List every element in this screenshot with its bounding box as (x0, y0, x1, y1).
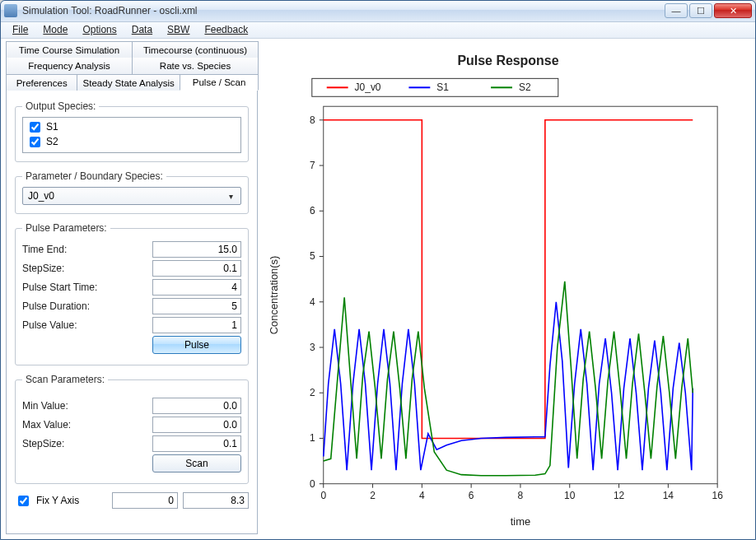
chart-series (324, 120, 693, 476)
svg-text:0: 0 (320, 490, 326, 501)
svg-text:4: 4 (310, 296, 315, 308)
menu-file[interactable]: File (6, 22, 35, 37)
svg-text:14: 14 (663, 490, 674, 501)
svg-text:12: 12 (614, 490, 625, 501)
plot-area (324, 106, 717, 483)
param-boundary-selected: J0_v0 (28, 190, 54, 202)
tab-strip: Time Course Simulation Timecourse (conti… (6, 41, 258, 91)
svg-text:3: 3 (310, 342, 315, 353)
pulse-params-legend: Pulse Parameters: (22, 222, 110, 234)
scan-params-legend: Scan Parameters: (22, 374, 108, 385)
fix-y-checkbox[interactable] (18, 496, 29, 506)
chart-legend: J0_v0S1S2 (327, 81, 531, 93)
y-axis-label: Concentration(s) (268, 256, 280, 335)
menubar: File Mode Options Data SBW Feedback (1, 22, 755, 39)
tab-pulse-scan[interactable]: Pulse / Scan (180, 74, 259, 91)
species-list[interactable]: S1 S2 (22, 117, 241, 153)
svg-text:16: 16 (712, 490, 724, 501)
svg-text:J0_v0: J0_v0 (355, 81, 381, 93)
svg-text:2: 2 (370, 490, 376, 501)
pulse-duration-input[interactable] (152, 298, 241, 314)
species-s2-check[interactable] (30, 137, 40, 147)
svg-text:0: 0 (310, 478, 315, 490)
svg-text:2: 2 (310, 387, 315, 398)
scan-button[interactable]: Scan (152, 454, 241, 472)
menu-options[interactable]: Options (76, 22, 123, 37)
left-panel: Time Course Simulation Timecourse (conti… (1, 40, 261, 539)
content-area: Time Course Simulation Timecourse (conti… (1, 39, 755, 539)
fix-y-label: Fix Y Axis (36, 495, 79, 506)
svg-text:S2: S2 (519, 81, 531, 93)
tab-frequency[interactable]: Frequency Analysis (6, 58, 133, 74)
minimize-button[interactable]: — (665, 3, 688, 18)
tab-time-course[interactable]: Time Course Simulation (6, 41, 133, 58)
tab-rate-vs-species[interactable]: Rate vs. Species (132, 58, 259, 74)
max-value-label: Max Value: (22, 419, 71, 431)
stepsize-label: StepSize: (22, 263, 64, 274)
menu-data[interactable]: Data (125, 22, 159, 37)
stepsize-input[interactable] (152, 260, 241, 277)
output-species-legend: Output Species: (22, 100, 99, 112)
tab-steady-state[interactable]: Steady State Analysis (77, 74, 180, 91)
fix-y-high-input[interactable] (183, 492, 249, 509)
min-value-input[interactable] (152, 398, 241, 414)
output-species-group: Output Species: S1 S2 (15, 100, 249, 162)
species-s2-label: S2 (46, 136, 58, 147)
pulse-response-chart: Pulse Response J0_v0S1S2 0246810121416 0… (261, 40, 755, 539)
menu-mode[interactable]: Mode (36, 22, 74, 37)
pulse-button[interactable]: Pulse (152, 336, 241, 354)
chart-panel: Pulse Response J0_v0S1S2 0246810121416 0… (261, 40, 755, 539)
window-controls: — ☐ ✕ (665, 3, 752, 18)
species-s1-label: S1 (46, 121, 58, 133)
fix-y-low-input[interactable] (112, 492, 178, 509)
pulse-duration-label: Pulse Duration: (22, 300, 90, 312)
menu-sbw[interactable]: SBW (161, 22, 196, 37)
svg-text:7: 7 (310, 160, 315, 171)
scan-params-group: Scan Parameters: Min Value: Max Value: S… (15, 374, 249, 484)
chevron-down-icon: ▾ (224, 189, 237, 202)
pulse-start-input[interactable] (152, 279, 241, 296)
app-window: Simulation Tool: RoadRunner - oscli.xml … (0, 0, 756, 540)
time-end-label: Time End: (22, 244, 67, 255)
species-s2-row[interactable]: S2 (26, 134, 237, 149)
svg-text:5: 5 (310, 251, 315, 263)
maximize-button[interactable]: ☐ (689, 3, 712, 18)
scan-step-input[interactable] (152, 435, 241, 452)
species-s1-row[interactable]: S1 (26, 119, 237, 134)
param-boundary-legend: Parameter / Boundary Species: (22, 170, 166, 182)
pulse-value-input[interactable] (152, 317, 241, 333)
y-ticks: 012345678 (310, 114, 324, 490)
svg-text:1: 1 (310, 432, 315, 444)
pulse-params-group: Pulse Parameters: Time End: StepSize: Pu… (15, 222, 249, 365)
close-button[interactable]: ✕ (714, 3, 752, 18)
app-icon (4, 4, 17, 17)
svg-text:8: 8 (310, 114, 315, 126)
param-boundary-combo[interactable]: J0_v0 ▾ (22, 187, 241, 205)
svg-text:6: 6 (469, 490, 474, 501)
chart-title: Pulse Response (457, 54, 558, 68)
param-boundary-group: Parameter / Boundary Species: J0_v0 ▾ (15, 170, 249, 214)
pulse-value-label: Pulse Value: (22, 319, 77, 331)
fix-y-row: Fix Y Axis (15, 492, 249, 509)
titlebar[interactable]: Simulation Tool: RoadRunner - oscli.xml … (1, 1, 755, 22)
menu-feedback[interactable]: Feedback (198, 22, 254, 37)
pulse-scan-panel: Output Species: S1 S2 Parameter / Bound (6, 91, 258, 534)
tab-timecourse-cont[interactable]: Timecourse (continuous) (132, 41, 259, 58)
svg-text:8: 8 (518, 490, 524, 501)
min-value-label: Min Value: (22, 400, 68, 412)
pulse-start-label: Pulse Start Time: (22, 282, 97, 293)
tab-preferences[interactable]: Preferences (6, 74, 77, 91)
species-s1-check[interactable] (30, 122, 40, 133)
x-ticks: 0246810121416 (320, 484, 723, 501)
svg-text:S1: S1 (436, 81, 449, 93)
svg-text:4: 4 (419, 490, 425, 501)
x-axis-label: time (511, 515, 530, 528)
max-value-input[interactable] (152, 417, 241, 433)
window-title: Simulation Tool: RoadRunner - oscli.xml (22, 5, 665, 16)
scan-step-label: StepSize: (22, 438, 64, 449)
time-end-input[interactable] (152, 241, 241, 258)
svg-text:6: 6 (310, 205, 315, 216)
svg-text:10: 10 (564, 490, 576, 501)
